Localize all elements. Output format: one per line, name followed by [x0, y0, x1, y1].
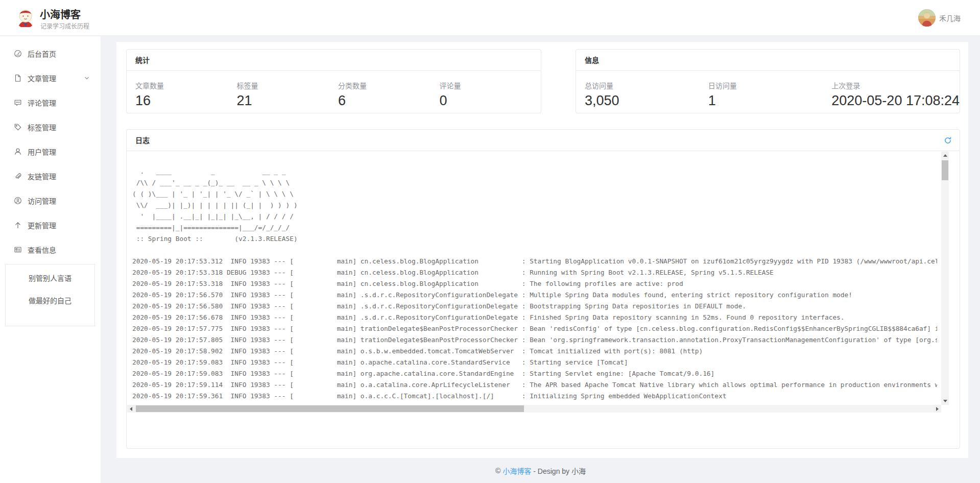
sidebar-item-file[interactable]: 文章管理 — [0, 66, 101, 90]
refresh-icon[interactable] — [944, 136, 953, 146]
stat-value: 16 — [135, 93, 237, 109]
sidebar-nav: 后台首页 文章管理 评论管理 标签管理 用户管理 友链管理 访问管理 更新管理 … — [0, 36, 101, 262]
triangle-down-icon — [943, 400, 947, 402]
stat-label: 分类数量 — [338, 80, 440, 90]
dashboard-icon — [14, 50, 22, 58]
footer: © 小海博客 - Design by 小海 — [101, 458, 980, 483]
log-card-title: 日志 — [135, 136, 150, 144]
log-output: . ____ _ __ _ _ /\\ / ___'_ __ _ _(_)_ _… — [132, 166, 937, 404]
site-title: 小海博客 — [40, 7, 81, 21]
user-name: 禾几海 — [939, 13, 961, 23]
log-viewport: . ____ _ __ _ _ /\\ / ___'_ __ _ _(_)_ _… — [127, 152, 949, 413]
stat-item: 文章数量 16 — [135, 80, 237, 109]
sidebar-item-link[interactable]: 友链管理 — [0, 164, 101, 188]
link-icon — [14, 172, 22, 180]
stat-item: 上次登录 2020-05-20 17:08:24 — [831, 80, 960, 109]
stat-item: 日访问量 1 — [708, 80, 832, 109]
info-card: 信息 总访问量 3,050 日访问量 1 上次登录 2020-05-20 17:… — [576, 49, 960, 113]
info-card-title: 信息 — [576, 50, 960, 71]
stat-item: 总访问量 3,050 — [585, 80, 708, 109]
comment-icon — [14, 99, 22, 107]
stat-value: 6 — [338, 93, 440, 109]
stat-label: 上次登录 — [831, 80, 960, 90]
stat-value: 0 — [440, 93, 541, 109]
stat-value: 21 — [237, 93, 339, 109]
stat-label: 日访问量 — [708, 80, 832, 90]
file-icon — [14, 74, 22, 82]
scroll-left-button[interactable] — [127, 405, 135, 413]
sidebar-item-user[interactable]: 用户管理 — [0, 139, 101, 164]
sidebar-item-dashboard[interactable]: 后台首页 — [0, 41, 101, 66]
scroll-down-button[interactable] — [941, 397, 949, 405]
stat-label: 文章数量 — [135, 80, 237, 90]
stat-value: 2020-05-20 17:08:24 — [831, 93, 960, 109]
stat-label: 标签量 — [237, 80, 339, 90]
tag-icon — [14, 123, 22, 131]
stat-value: 3,050 — [585, 93, 708, 109]
stat-item: 评论量 0 — [440, 80, 541, 109]
site-logo-icon[interactable] — [15, 8, 36, 28]
log-card-header: 日志 — [127, 130, 960, 151]
log-card: 日志 . ____ _ __ _ _ /\\ / ___'_ __ _ _(_)… — [126, 129, 960, 449]
user-icon — [14, 148, 22, 156]
sidebar-item-comment[interactable]: 评论管理 — [0, 90, 101, 115]
stats-card-title: 统计 — [127, 50, 541, 71]
site-subtitle: 记录学习成长历程 — [40, 21, 89, 30]
horizontal-scrollbar[interactable] — [127, 405, 941, 413]
user-avatar[interactable] — [918, 9, 936, 27]
stat-item: 分类数量 6 — [338, 80, 440, 109]
sidebar-item-idcard[interactable]: 查看信息 — [0, 237, 101, 262]
sidebar-item-compass[interactable]: 访问管理 — [0, 188, 101, 213]
sidebar: 后台首页 文章管理 评论管理 标签管理 用户管理 友链管理 访问管理 更新管理 … — [0, 36, 101, 483]
sidebar-quote-box: 别管别人言语 做最好的自己 — [5, 264, 95, 326]
scroll-up-button[interactable] — [941, 152, 949, 159]
horizontal-scroll-thumb[interactable] — [136, 405, 524, 412]
sidebar-item-tag[interactable]: 标签管理 — [0, 115, 101, 139]
stat-value: 1 — [708, 93, 832, 109]
main-content: 统计 文章数量 16 标签量 21 分类数量 6 评论量 0 信息 总访问量 3… — [116, 42, 968, 458]
header: 小海博客 记录学习成长历程 禾几海 — [0, 0, 980, 36]
quote-line-2: 做最好的自己 — [6, 296, 94, 306]
info-row: 总访问量 3,050 日访问量 1 上次登录 2020-05-20 17:08:… — [576, 71, 960, 109]
vertical-scroll-thumb[interactable] — [942, 160, 948, 180]
quote-line-1: 别管别人言语 — [6, 273, 94, 283]
sidebar-item-arrow-up[interactable]: 更新管理 — [0, 213, 101, 237]
arrow-up-icon — [14, 221, 22, 229]
scroll-right-button[interactable] — [934, 405, 941, 413]
stat-label: 评论量 — [440, 80, 541, 90]
stat-label: 总访问量 — [585, 80, 708, 90]
stat-item: 标签量 21 — [237, 80, 339, 109]
stats-card: 统计 文章数量 16 标签量 21 分类数量 6 评论量 0 — [126, 49, 541, 113]
triangle-left-icon — [130, 407, 132, 411]
vertical-scrollbar[interactable] — [941, 152, 949, 405]
idcard-icon — [14, 246, 22, 254]
footer-credit: - Design by 小海 — [533, 466, 586, 476]
footer-site-link[interactable]: 小海博客 — [503, 466, 531, 476]
compass-icon — [14, 197, 22, 205]
chevron-down-icon — [83, 75, 90, 82]
triangle-up-icon — [943, 154, 947, 157]
stats-row: 文章数量 16 标签量 21 分类数量 6 评论量 0 — [127, 71, 541, 109]
user-menu[interactable]: 禾几海 — [918, 7, 961, 29]
footer-copyright: © — [495, 467, 500, 475]
triangle-right-icon — [936, 407, 939, 411]
